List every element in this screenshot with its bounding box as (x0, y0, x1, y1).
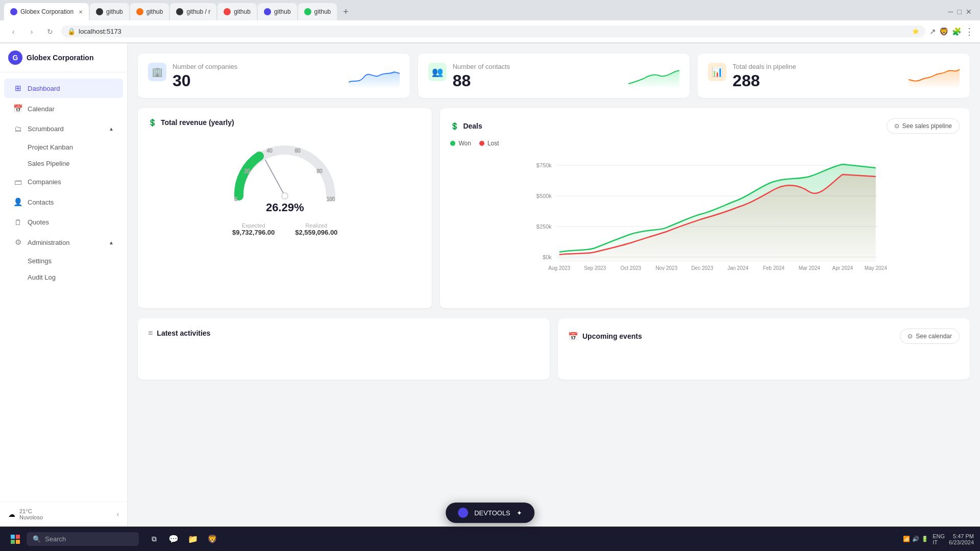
see-sales-pipeline-button[interactable]: ⊙ See sales pipeline (887, 118, 960, 134)
sidebar-item-scrumboard[interactable]: 🗂 Scrumboard ▲ (4, 119, 123, 138)
svg-text:Nov 2023: Nov 2023 (656, 265, 678, 271)
sidebar-item-sales-pipeline[interactable]: Sales Pipeline (4, 156, 123, 171)
events-icon: 📅 (568, 332, 578, 341)
extension-icon[interactable]: 🧩 (952, 27, 962, 36)
forward-button[interactable]: › (24, 24, 39, 39)
app-container: G Globex Corporation ⊞ Dashboard 📅 Calen… (0, 43, 980, 527)
browser-chrome: Globex Corporation ✕ github github githu… (0, 0, 980, 43)
stat-card-companies: 🏢 Number of companies 30 (138, 54, 410, 98)
close-button[interactable]: ✕ (966, 8, 972, 16)
tab-new[interactable]: + (338, 3, 354, 20)
svg-text:$0k: $0k (543, 254, 552, 260)
tab-label: github (274, 8, 291, 15)
tab-github6[interactable]: github (298, 3, 337, 20)
expected-stat: Expected $9,732,796.00 (232, 222, 275, 236)
tab-favicon (136, 8, 143, 15)
sidebar-item-companies[interactable]: 🗃 Companies (4, 172, 123, 191)
svg-text:80: 80 (317, 168, 323, 174)
start-button[interactable] (6, 530, 24, 548)
sidebar-item-contacts[interactable]: 👤 Contacts (4, 192, 123, 212)
tab-github4[interactable]: github (217, 3, 257, 20)
tab-favicon (224, 8, 231, 15)
svg-text:$500k: $500k (536, 193, 552, 199)
nav-actions: ↗ 🦁 🧩 ⋮ (929, 26, 974, 37)
svg-rect-28 (11, 540, 15, 544)
gauge-stats: Expected $9,732,796.00 Realized $2,559,0… (232, 222, 337, 236)
sidebar-item-dashboard[interactable]: ⊞ Dashboard (4, 79, 123, 98)
url-text: localhost:5173 (79, 28, 909, 35)
stat-value: 288 (732, 72, 796, 89)
brave-icon[interactable]: 🦁 (939, 27, 949, 36)
stat-label: Total deals in pipeline (732, 63, 796, 70)
menu-icon[interactable]: ⋮ (965, 26, 974, 37)
taskbar-explorer-icon[interactable]: 📁 (184, 530, 202, 548)
taskbar-taskview-button[interactable]: ⧉ (145, 530, 163, 548)
taskbar-search-box[interactable]: 🔍 Search (27, 532, 139, 546)
stat-info: Number of companies 30 (173, 63, 237, 89)
expected-value: $9,732,796.00 (232, 229, 275, 236)
stat-card-deals: 📊 Total deals in pipeline 288 (698, 54, 970, 98)
volume-icon[interactable]: 🔊 (912, 536, 919, 542)
tab-close-button[interactable]: ✕ (79, 9, 83, 15)
taskbar-clock[interactable]: 5:47 PM 6/23/2024 (949, 533, 974, 545)
stat-cards-row: 🏢 Number of companies 30 (138, 54, 970, 98)
address-bar[interactable]: 🔒 localhost:5173 ⭐ (61, 26, 925, 37)
sidebar-item-calendar[interactable]: 📅 Calendar (4, 99, 123, 118)
svg-point-7 (282, 193, 288, 199)
sidebar-item-label: Dashboard (28, 85, 60, 92)
back-button[interactable]: ‹ (6, 24, 20, 39)
see-calendar-button[interactable]: ⊙ See calendar (900, 329, 960, 344)
network-icon[interactable]: 📶 (903, 536, 910, 542)
contacts-stat-icon: 👥 (428, 63, 447, 81)
tab-github1[interactable]: github (90, 3, 129, 20)
windows-logo-icon (11, 535, 20, 544)
sidebar-item-settings[interactable]: Settings (4, 253, 123, 269)
lost-label: Lost (487, 140, 499, 147)
svg-line-6 (265, 160, 285, 196)
tab-github3[interactable]: github / r (170, 3, 216, 20)
taskbar-right: 📶 🔊 🔋 ENG IT 5:47 PM 6/23/2024 (903, 533, 974, 545)
stat-card-left: 🏢 Number of companies 30 (148, 63, 237, 89)
sidebar-item-audit-log[interactable]: Audit Log (4, 269, 123, 285)
sidebar-item-label: Contacts (28, 198, 54, 206)
latest-activities-card: ≡ Latest activities (138, 318, 550, 380)
sidebar-item-administration[interactable]: ⚙ Administration ▲ (4, 233, 123, 252)
sidebar-item-quotes[interactable]: 🗒 Quotes (4, 213, 123, 232)
stat-value: 30 (173, 72, 237, 89)
reload-button[interactable]: ↻ (43, 24, 57, 39)
lost-dot (479, 141, 484, 146)
taskbar-teams-icon[interactable]: 💬 (164, 530, 183, 548)
maximize-button[interactable]: □ (958, 8, 962, 16)
deals-stat-icon: 📊 (708, 63, 726, 81)
sidebar-collapse-button[interactable]: ‹ (117, 511, 119, 518)
system-tray: 📶 🔊 🔋 (903, 536, 928, 542)
minimize-button[interactable]: ─ (948, 8, 953, 16)
deals-dollar-icon: 💲 (450, 122, 459, 130)
tab-github2[interactable]: github (130, 3, 169, 20)
taskbar-icons: ⧉ 💬 📁 🦁 (145, 530, 222, 548)
share-icon[interactable]: ↗ (929, 27, 936, 36)
weather-icon: ☁ (8, 510, 15, 518)
sidebar-nav: ⊞ Dashboard 📅 Calendar 🗂 Scrumboard ▲ Pr… (0, 72, 127, 502)
active-tab[interactable]: Globex Corporation ✕ (4, 3, 89, 20)
dashboard-icon: ⊞ (13, 84, 22, 93)
svg-text:May 2024: May 2024 (865, 265, 887, 271)
activities-icon: ≡ (148, 329, 153, 338)
revenue-dollar-icon: 💲 (148, 118, 157, 127)
devtools-overlay[interactable]: DEVTOOLS ✦ (446, 503, 534, 523)
revenue-card: 💲 Total revenue (yearly) 0 (138, 108, 432, 308)
svg-text:40: 40 (267, 148, 273, 154)
revenue-title: Total revenue (yearly) (161, 118, 234, 127)
taskbar-brave-icon[interactable]: 🦁 (203, 530, 222, 548)
deals-title: Deals (463, 122, 482, 130)
stat-info: Number of contacts 88 (453, 63, 510, 89)
tab-favicon (304, 8, 311, 15)
svg-text:20: 20 (244, 168, 251, 174)
stat-card-left: 👥 Number of contacts 88 (428, 63, 510, 89)
svg-text:Sep 2023: Sep 2023 (584, 265, 606, 271)
weather-temp: 21°C (19, 508, 43, 514)
sidebar-item-project-kanban[interactable]: Project Kanban (4, 139, 123, 155)
battery-icon[interactable]: 🔋 (921, 536, 928, 542)
tab-github5[interactable]: github (258, 3, 297, 20)
tab-label: Globex Corporation (20, 8, 74, 15)
